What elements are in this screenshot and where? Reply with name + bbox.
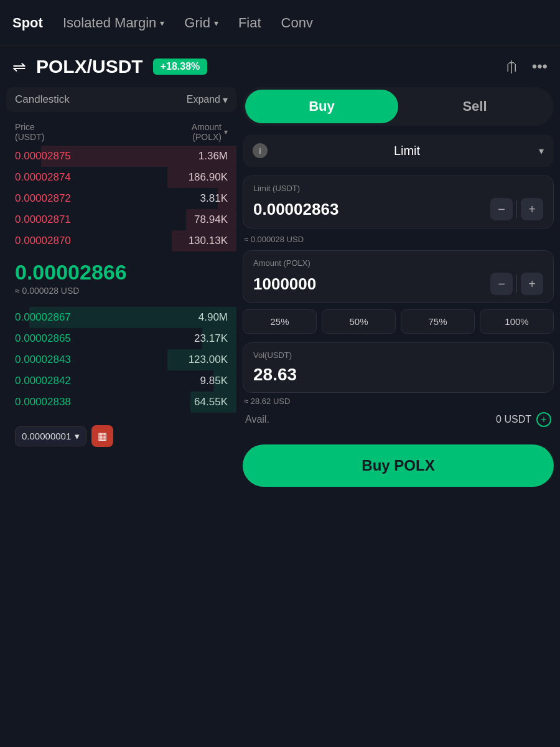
right-panel: Buy Sell i Limit ▾ Limit (USDT) − + ≈ 0.… bbox=[243, 87, 554, 487]
expand-button[interactable]: Expand ▾ bbox=[187, 94, 228, 106]
sell-tab[interactable]: Sell bbox=[398, 90, 551, 123]
bid-row[interactable]: 0.00002843 123.00K bbox=[6, 349, 236, 370]
pct-btn-100%[interactable]: 100% bbox=[480, 309, 554, 334]
swap-icon[interactable]: ⇌ bbox=[12, 57, 26, 77]
ask-row[interactable]: 0.00002875 1.36M bbox=[6, 146, 236, 167]
buy-sell-toggle: Buy Sell bbox=[243, 87, 554, 126]
amount-ctrl-divider bbox=[516, 275, 517, 293]
more-options-icon[interactable]: ••• bbox=[532, 58, 548, 75]
amount-field[interactable] bbox=[253, 275, 484, 294]
amount-controls: − + bbox=[490, 273, 543, 295]
limit-price-field[interactable] bbox=[253, 200, 484, 219]
left-bottom: 0.00000001 ▾ ▦ bbox=[6, 419, 236, 453]
limit-price-increment[interactable]: + bbox=[521, 198, 543, 220]
ask-row[interactable]: 0.00002870 130.13K bbox=[6, 230, 236, 251]
bid-row[interactable]: 0.00002842 9.85K bbox=[6, 370, 236, 392]
order-type-dropdown-icon: ▾ bbox=[539, 145, 544, 157]
isolated-margin-chevron-icon: ▾ bbox=[160, 18, 164, 28]
sort-icon[interactable]: ▾ bbox=[224, 128, 228, 136]
header-actions: ⫛ ••• bbox=[505, 58, 548, 75]
avail-label: Avail. bbox=[245, 414, 269, 425]
expand-chevron-icon: ▾ bbox=[223, 94, 228, 106]
ask-price: 0.00002871 bbox=[15, 214, 71, 226]
ask-price: 0.00002872 bbox=[15, 192, 71, 205]
amount-row: − + bbox=[253, 273, 543, 295]
bid-row[interactable]: 0.00002838 64.55K bbox=[6, 392, 236, 413]
top-nav: Spot Isolated Margin ▾ Grid ▾ Fiat Conv bbox=[0, 0, 560, 46]
bid-row[interactable]: 0.00002867 4.90M bbox=[6, 307, 236, 328]
limit-price-row: − + bbox=[253, 198, 543, 220]
buy-polx-button[interactable]: Buy POLX bbox=[243, 444, 554, 487]
nav-spot[interactable]: Spot bbox=[12, 15, 43, 31]
ask-price: 0.00002870 bbox=[15, 235, 71, 247]
current-price-section: 0.00002866 ≈ 0.000028 USD bbox=[6, 251, 236, 304]
pair-title[interactable]: POLX/USDT bbox=[36, 56, 143, 77]
info-icon: i bbox=[253, 143, 268, 158]
bid-price: 0.00002838 bbox=[15, 396, 71, 408]
price-step-select[interactable]: 0.00000001 ▾ bbox=[15, 426, 86, 446]
header: ⇌ POLX/USDT +18.38% ⫛ ••• bbox=[0, 46, 560, 87]
current-price: 0.00002866 bbox=[15, 260, 228, 284]
bid-price: 0.00002842 bbox=[15, 375, 71, 387]
amount-label: Amount (POLX) bbox=[253, 258, 543, 268]
limit-price-decrement[interactable]: − bbox=[490, 198, 513, 220]
bid-price: 0.00002843 bbox=[15, 354, 71, 366]
bid-rows: 0.00002867 4.90M 0.00002865 23.17K 0.000… bbox=[6, 307, 236, 413]
nav-fiat[interactable]: Fiat bbox=[238, 15, 261, 31]
left-panel: Candlestick Expand ▾ Price (USDT) Amount… bbox=[6, 87, 236, 487]
price-step-value: 0.00000001 bbox=[22, 431, 71, 441]
limit-approx-usd: ≈ 0.000028 USD bbox=[243, 235, 554, 244]
candlestick-label: Candlestick bbox=[15, 93, 70, 106]
avail-amount: 0 USDT bbox=[496, 414, 531, 425]
pct-btn-75%[interactable]: 75% bbox=[401, 309, 475, 334]
vol-input-group: Vol(USDT) 28.63 bbox=[243, 342, 554, 393]
limit-price-label: Limit (USDT) bbox=[253, 184, 543, 193]
grid-chevron-icon: ▾ bbox=[214, 18, 218, 28]
current-price-usd: ≈ 0.000028 USD bbox=[15, 286, 228, 296]
limit-price-controls: − + bbox=[490, 198, 543, 220]
avail-add-button[interactable]: + bbox=[536, 412, 551, 427]
amount-decrement[interactable]: − bbox=[490, 273, 513, 295]
main-content: Candlestick Expand ▾ Price (USDT) Amount… bbox=[0, 87, 560, 487]
ctrl-divider bbox=[516, 200, 517, 218]
order-type-selector[interactable]: i Limit ▾ bbox=[243, 134, 554, 167]
ask-row[interactable]: 0.00002872 3.81K bbox=[6, 188, 236, 209]
order-type-label: Limit bbox=[275, 144, 539, 158]
order-book-header: Price (USDT) Amount (POLX) ▾ bbox=[6, 118, 236, 146]
price-col-header: Price (USDT) bbox=[15, 122, 44, 142]
pct-btn-25%[interactable]: 25% bbox=[243, 309, 317, 334]
amount-input-group: Amount (POLX) − + bbox=[243, 250, 554, 303]
avail-value: 0 USDT + bbox=[496, 412, 551, 427]
order-book-layout-icon[interactable]: ▦ bbox=[91, 425, 113, 447]
candlestick-bar: Candlestick Expand ▾ bbox=[6, 87, 236, 112]
amount-increment[interactable]: + bbox=[521, 273, 543, 295]
nav-isolated-margin[interactable]: Isolated Margin ▾ bbox=[63, 15, 164, 31]
nav-grid[interactable]: Grid ▾ bbox=[184, 15, 218, 31]
ask-rows: 0.00002875 1.36M 0.00002874 186.90K 0.00… bbox=[6, 146, 236, 251]
bid-row[interactable]: 0.00002865 23.17K bbox=[6, 328, 236, 349]
limit-price-input-group: Limit (USDT) − + bbox=[243, 176, 554, 228]
vol-value: 28.63 bbox=[253, 365, 543, 385]
price-change-badge: +18.38% bbox=[153, 59, 208, 75]
ask-row[interactable]: 0.00002871 78.94K bbox=[6, 209, 236, 230]
vol-label: Vol(USDT) bbox=[253, 350, 543, 360]
buy-tab[interactable]: Buy bbox=[245, 90, 398, 123]
pct-buttons: 25%50%75%100% bbox=[243, 309, 554, 334]
avail-row: Avail. 0 USDT + bbox=[243, 406, 554, 433]
ask-price: 0.00002874 bbox=[15, 171, 71, 184]
nav-conv[interactable]: Conv bbox=[281, 15, 313, 31]
pct-btn-50%[interactable]: 50% bbox=[322, 309, 396, 334]
ask-row[interactable]: 0.00002874 186.90K bbox=[6, 167, 236, 188]
chart-type-icon[interactable]: ⫛ bbox=[505, 58, 520, 75]
amount-col-header: Amount (POLX) ▾ bbox=[192, 122, 228, 142]
vol-approx-usd: ≈ 28.62 USD bbox=[243, 397, 554, 406]
price-step-chevron-icon: ▾ bbox=[75, 431, 80, 442]
bid-price: 0.00002865 bbox=[15, 332, 71, 345]
